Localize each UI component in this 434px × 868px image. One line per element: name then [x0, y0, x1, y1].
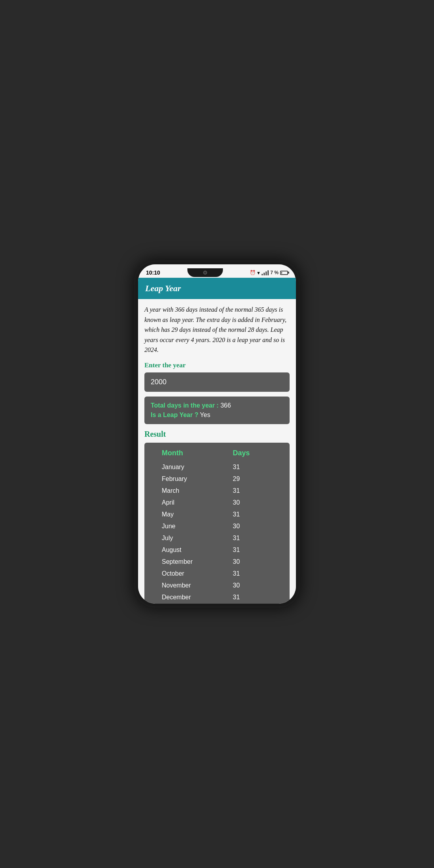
month-name-cell: September	[162, 558, 201, 565]
month-name-cell: April	[162, 499, 201, 506]
camera	[203, 271, 207, 275]
app-title: Leap Year	[145, 283, 181, 293]
battery-percent: 7 %	[270, 270, 279, 275]
month-days-cell: 31	[233, 487, 272, 494]
table-row: October31	[144, 568, 290, 580]
is-leap-label: Is a Leap Year ?	[151, 412, 198, 418]
month-days-cell: 31	[233, 535, 272, 542]
month-days-cell: 30	[233, 499, 272, 506]
total-days-label: Total days in the year :	[151, 402, 219, 409]
months-table: Month Days January31February29March31Apr…	[144, 443, 290, 604]
battery-fill	[281, 272, 282, 274]
status-time: 10:10	[146, 269, 160, 276]
phone-frame: 10:10 ⏰ ▾ 7 %	[134, 260, 300, 608]
month-days-cell: 30	[233, 523, 272, 530]
table-row: November30	[144, 580, 290, 591]
month-name-cell: November	[162, 582, 201, 589]
result-section-title: Result	[144, 430, 290, 439]
wifi-icon: ▾	[257, 270, 260, 276]
month-name-cell: June	[162, 523, 201, 530]
month-column-header: Month	[162, 449, 201, 457]
main-content: A year with 366 days instead of the norm…	[138, 299, 296, 604]
app-header: Leap Year	[138, 278, 296, 299]
month-days-cell: 31	[233, 511, 272, 518]
month-name-cell: March	[162, 487, 201, 494]
notch	[187, 268, 223, 277]
table-row: March31	[144, 485, 290, 497]
month-name-cell: October	[162, 570, 201, 577]
table-row: December31	[144, 591, 290, 603]
table-header-row: Month Days	[144, 447, 290, 461]
month-name-cell: August	[162, 546, 201, 554]
status-icons: ⏰ ▾ 7 %	[250, 270, 288, 276]
month-name-cell: December	[162, 594, 201, 601]
is-leap-line: Is a Leap Year ? Yes	[151, 412, 283, 419]
alarm-icon: ⏰	[250, 270, 256, 275]
month-name-cell: January	[162, 464, 201, 471]
status-bar: 10:10 ⏰ ▾ 7 %	[138, 264, 296, 278]
table-row: April30	[144, 497, 290, 509]
month-days-cell: 30	[233, 558, 272, 565]
month-rows-container: January31February29March31April30May31Ju…	[144, 461, 290, 603]
battery-icon	[280, 271, 288, 275]
month-name-cell: May	[162, 511, 201, 518]
month-name-cell: February	[162, 475, 201, 483]
month-days-cell: 30	[233, 582, 272, 589]
month-name-cell: July	[162, 535, 201, 542]
month-days-cell: 31	[233, 570, 272, 577]
is-leap-answer: Yes	[200, 412, 210, 418]
total-days-number: 366	[221, 402, 231, 409]
signal-icon	[262, 270, 269, 275]
phone-screen: 10:10 ⏰ ▾ 7 %	[138, 264, 296, 604]
year-input[interactable]	[144, 372, 290, 392]
result-summary: Total days in the year : 366 Is a Leap Y…	[144, 397, 290, 424]
month-days-cell: 31	[233, 594, 272, 601]
input-label: Enter the year	[144, 361, 290, 369]
month-days-cell: 29	[233, 475, 272, 483]
table-row: June30	[144, 520, 290, 532]
month-days-cell: 31	[233, 464, 272, 471]
table-row: August31	[144, 544, 290, 556]
table-row: July31	[144, 532, 290, 544]
days-column-header: Days	[233, 449, 272, 457]
top-area: 10:10 ⏰ ▾ 7 %	[138, 264, 296, 278]
table-row: May31	[144, 509, 290, 520]
table-row: February29	[144, 473, 290, 485]
total-days-line: Total days in the year : 366	[151, 402, 283, 409]
description-text: A year with 366 days instead of the norm…	[144, 305, 290, 355]
month-days-cell: 31	[233, 546, 272, 554]
table-row: January31	[144, 461, 290, 473]
table-row: September30	[144, 556, 290, 568]
